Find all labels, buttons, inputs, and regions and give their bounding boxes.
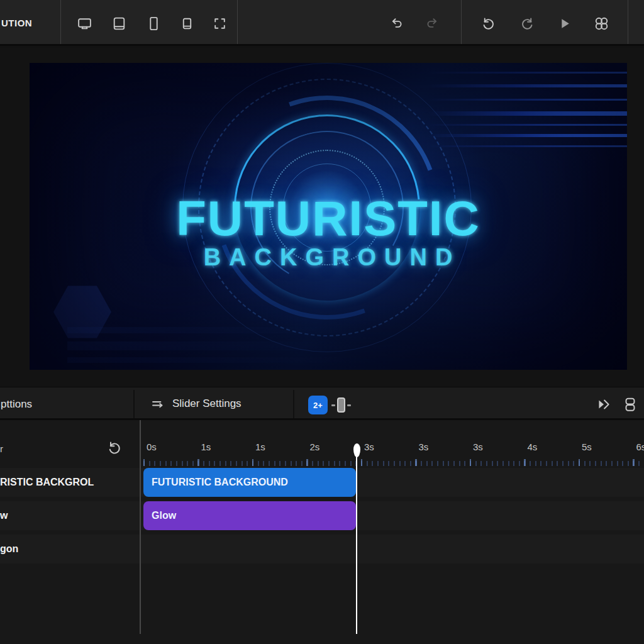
mobile-icon: [146, 16, 162, 31]
redo-icon: [425, 16, 440, 31]
redo-button[interactable]: [424, 15, 440, 31]
layout-stack-icon: [622, 396, 638, 413]
toolbar-divider: [461, 0, 462, 44]
playhead-line[interactable]: [356, 444, 357, 634]
skip-forward-button[interactable]: [595, 396, 613, 413]
timeline-header-label: r: [0, 443, 3, 454]
keyframe-dash-right: [347, 404, 351, 406]
timeline-bar-glow[interactable]: Glow: [143, 501, 356, 530]
desktop-device-button[interactable]: [76, 15, 92, 31]
ruler-tick-label: 0s: [143, 441, 198, 452]
timeline-row: gon: [0, 535, 644, 564]
ruler-tick-label: 3s: [361, 441, 416, 452]
toolbar-divider: [133, 390, 135, 418]
layer-name-label[interactable]: w: [0, 501, 8, 530]
reset-icon: [106, 440, 123, 456]
timeline-row: w Glow: [0, 501, 644, 530]
play-button[interactable]: [556, 15, 572, 31]
apps-button[interactable]: [593, 15, 609, 31]
fullscreen-button[interactable]: [211, 15, 228, 31]
toolbar-divider: [628, 0, 628, 44]
ruler-tick-label: 3s: [416, 441, 470, 452]
reset-icon: [480, 16, 496, 31]
ruler-tick-marks: [143, 457, 644, 466]
top-toolbar: UTION: [0, 0, 644, 46]
settings-toolbar: pttions Slider Settings 2+: [0, 387, 644, 420]
layer-count-badge[interactable]: 2+: [308, 396, 328, 414]
timeline-panel: r 0s 1s 1s 2s 3s 3s 3s 4s 5s 6s RISTIC B…: [0, 420, 644, 644]
vignette: [30, 63, 627, 370]
ruler-tick-label: 5s: [579, 441, 633, 452]
fullscreen-icon: [212, 16, 228, 31]
play-icon: [557, 16, 572, 31]
ruler-tick-label: 1s: [198, 441, 253, 452]
layer-name-label[interactable]: gon: [0, 535, 18, 564]
timeline-bar-futuristic-background[interactable]: FUTURISTIC BACKGROUND: [143, 468, 356, 497]
ruler-tick-label: 4s: [525, 441, 579, 452]
keyframe-control[interactable]: [331, 397, 357, 413]
resolution-label: UTION: [1, 18, 32, 28]
tablet-icon: [111, 16, 127, 31]
ruler-tick-label: 6s: [633, 441, 644, 452]
ruler-tick-label: 3s: [470, 441, 525, 452]
timeline-row: RISTIC BACKGROL FUTURISTIC BACKGROUND: [0, 468, 644, 497]
ruler-tick-label: 1s: [252, 441, 307, 452]
tablet-device-button[interactable]: [111, 15, 127, 31]
mobile-small-device-button[interactable]: [179, 15, 195, 31]
refresh-button[interactable]: [519, 15, 535, 31]
timeline-column-divider: [140, 420, 141, 634]
undo-button[interactable]: [388, 15, 404, 31]
redo-circular-icon: [519, 16, 535, 31]
apps-icon: [594, 16, 609, 31]
ruler-tick-label: 2s: [307, 441, 362, 452]
slider-settings-label: Slider Settings: [172, 397, 242, 410]
timeline-ruler[interactable]: 0s 1s 1s 2s 3s 3s 3s 4s 5s 6s: [143, 441, 644, 452]
fast-forward-icon: [596, 396, 612, 413]
toolbar-divider: [293, 390, 294, 418]
toolbar-divider: [237, 0, 238, 44]
sliders-icon: [150, 396, 165, 411]
keyframe-node-icon: [337, 397, 345, 413]
toolbar-divider: [60, 0, 61, 44]
timeline-restart-button[interactable]: [106, 440, 123, 456]
mobile-small-icon: [179, 16, 195, 31]
desktop-icon: [77, 16, 92, 31]
keyframe-dash-left: [331, 404, 335, 406]
layer-name-label[interactable]: RISTIC BACKGROL: [0, 468, 94, 497]
slide-canvas[interactable]: FUTURISTIC BACKGROUND: [30, 63, 627, 370]
restart-preview-button[interactable]: [480, 15, 496, 31]
layout-toggle-button[interactable]: [621, 396, 639, 413]
mobile-device-button[interactable]: [145, 15, 162, 31]
slider-settings-tab[interactable]: Slider Settings: [150, 394, 242, 413]
undo-icon: [389, 16, 404, 31]
options-tab[interactable]: pttions: [1, 398, 32, 411]
